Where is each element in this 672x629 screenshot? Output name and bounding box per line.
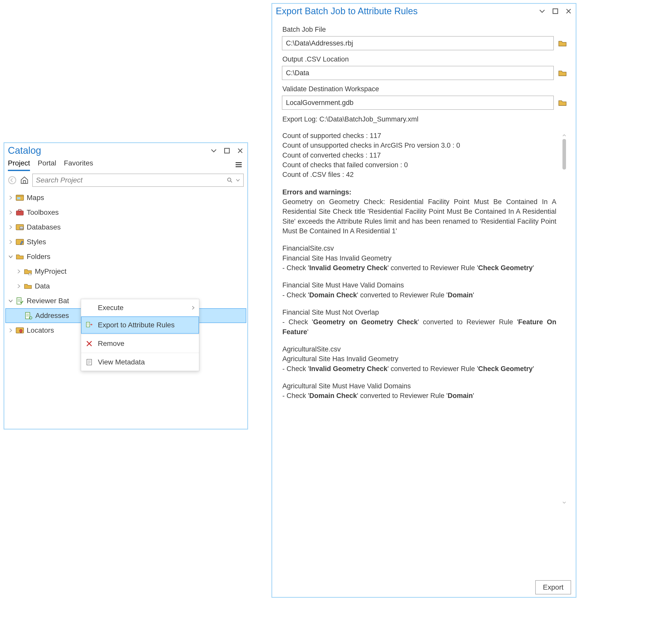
tree-item-maps[interactable]: Maps <box>5 190 246 205</box>
svg-point-10 <box>20 226 23 229</box>
tree-item-toolboxes[interactable]: Toolboxes <box>5 205 246 220</box>
maps-icon <box>15 193 25 202</box>
catalog-titlebar: Catalog <box>4 143 247 156</box>
context-menu-item-metadata[interactable]: View Metadata <box>81 354 199 371</box>
fs-rule1-line: - Check 'Invalid Geometry Check' convert… <box>282 263 556 273</box>
scroll-down-icon[interactable] <box>561 500 567 506</box>
maximize-icon[interactable] <box>223 147 231 154</box>
fs-rule3-title: Financial Site Must Not Overlap <box>282 308 556 317</box>
tree-label: Folders <box>27 252 50 261</box>
context-menu-item-export-rules[interactable]: Export to Attribute Rules <box>81 316 199 334</box>
expand-icon[interactable] <box>7 328 15 333</box>
export-log-content: Count of supported checks : 117 Count of… <box>282 131 567 401</box>
scroll-thumb[interactable] <box>562 139 566 170</box>
tree-label: Addresses <box>35 312 69 320</box>
expand-icon[interactable] <box>7 210 15 215</box>
context-menu-label: Export to Attribute Rules <box>98 321 175 329</box>
home-icon[interactable] <box>20 176 29 185</box>
ag-rule2-line: - Check 'Domain Check' converted to Revi… <box>282 391 556 401</box>
log-scrollbar[interactable] <box>561 132 567 506</box>
summary-converted: Count of converted checks : 117 <box>282 150 556 160</box>
export-window-controls <box>538 8 572 15</box>
tree-label: Toolboxes <box>27 209 59 217</box>
fs-rule2-line: - Check 'Domain Check' converted to Revi… <box>282 290 556 300</box>
tab-favorites[interactable]: Favorites <box>64 158 93 171</box>
tree-item-styles[interactable]: Styles <box>5 235 246 249</box>
context-menu-label: Execute <box>98 304 123 312</box>
svg-rect-12 <box>17 297 21 304</box>
chevron-down-icon[interactable] <box>210 147 217 154</box>
context-menu: Execute Export to Attribute Rules Remove… <box>81 299 199 371</box>
file-agricultural-site: AgriculturalSite.csv <box>282 344 556 354</box>
svg-rect-18 <box>553 9 558 14</box>
scroll-up-icon[interactable] <box>561 132 567 139</box>
close-icon[interactable] <box>565 8 572 15</box>
batch-job-label: Batch Job File <box>282 26 567 33</box>
file-financial-site: FinancialSite.csv <box>282 243 556 253</box>
expand-icon[interactable] <box>7 239 15 244</box>
expand-icon[interactable] <box>15 269 23 274</box>
back-icon[interactable] <box>8 176 17 185</box>
search-dropdown-icon[interactable] <box>233 177 241 183</box>
catalog-panel: Catalog Project Portal Favorites Search … <box>4 142 248 430</box>
ag-rule1-line: - Check 'Invalid Geometry Check' convert… <box>282 364 556 373</box>
export-rules-icon <box>85 320 94 330</box>
svg-point-1 <box>9 177 16 184</box>
folder-icon <box>23 281 33 291</box>
tree-label: MyProject <box>35 267 66 275</box>
svg-rect-0 <box>225 148 230 153</box>
summary-unsupported: Count of unsupported checks in ArcGIS Pr… <box>282 141 556 150</box>
expand-icon[interactable] <box>7 225 15 230</box>
tab-portal[interactable]: Portal <box>38 158 56 171</box>
toolbox-icon <box>15 208 25 217</box>
tree-label: Locators <box>27 326 54 335</box>
batch-job-input[interactable]: C:\Data\Addresses.rbj <box>282 36 554 50</box>
fs-rule2-title: Financial Site Must Have Valid Domains <box>282 280 556 290</box>
svg-rect-17 <box>87 359 92 365</box>
close-icon[interactable] <box>237 147 244 154</box>
home-folder-icon <box>23 267 33 276</box>
submenu-caret-icon <box>191 306 195 310</box>
export-title: Export Batch Job to Attribute Rules <box>276 6 417 17</box>
workspace-input[interactable]: LocalGovernment.gdb <box>282 96 554 110</box>
tree-label: Maps <box>27 194 44 202</box>
search-icon[interactable] <box>226 177 233 184</box>
metadata-icon <box>85 358 94 367</box>
csv-location-label: Output .CSV Location <box>282 55 567 63</box>
tree-item-data[interactable]: Data <box>5 279 246 293</box>
ag-rule1-title: Agricultural Site Has Invalid Geometry <box>282 354 556 364</box>
workspace-label: Validate Destination Workspace <box>282 85 567 93</box>
catalog-title: Catalog <box>8 145 41 156</box>
catalog-search-input[interactable]: Search Project <box>32 174 244 187</box>
expand-icon[interactable] <box>7 195 15 200</box>
menu-icon[interactable] <box>235 161 244 169</box>
context-menu-item-execute[interactable]: Execute <box>81 299 199 316</box>
export-button[interactable]: Export <box>535 580 571 595</box>
fs-rule3-line: - Check 'Geometry on Geometry Check' con… <box>282 317 556 337</box>
chevron-down-icon[interactable] <box>538 8 546 15</box>
tree-label: Databases <box>27 223 61 231</box>
export-log-path: Export Log: C:\Data\BatchJob_Summary.xml <box>282 115 567 123</box>
scroll-track[interactable] <box>562 139 566 499</box>
collapse-icon[interactable] <box>7 254 15 259</box>
context-menu-label: Remove <box>98 340 124 348</box>
expand-icon[interactable] <box>15 284 23 289</box>
csv-location-input[interactable]: C:\Data <box>282 66 554 80</box>
browse-folder-icon[interactable] <box>558 39 567 48</box>
search-placeholder: Search Project <box>36 176 82 184</box>
export-form: Batch Job File C:\Data\Addresses.rbj Out… <box>272 17 576 507</box>
ag-rule2-title: Agricultural Site Must Have Valid Domain… <box>282 381 556 391</box>
export-titlebar: Export Batch Job to Attribute Rules <box>272 4 576 17</box>
tree-item-myproject[interactable]: MyProject <box>5 264 246 279</box>
browse-folder-icon[interactable] <box>558 68 567 77</box>
summary-failed: Count of checks that failed conversion :… <box>282 160 556 170</box>
svg-rect-16 <box>87 322 90 327</box>
tree-item-databases[interactable]: Databases <box>5 220 246 235</box>
context-menu-separator <box>81 334 199 335</box>
tab-project[interactable]: Project <box>8 158 30 171</box>
context-menu-item-remove[interactable]: Remove <box>81 335 199 352</box>
browse-folder-icon[interactable] <box>558 98 567 107</box>
collapse-icon[interactable] <box>7 298 15 304</box>
tree-item-folders[interactable]: Folders <box>5 249 246 264</box>
maximize-icon[interactable] <box>552 8 559 15</box>
